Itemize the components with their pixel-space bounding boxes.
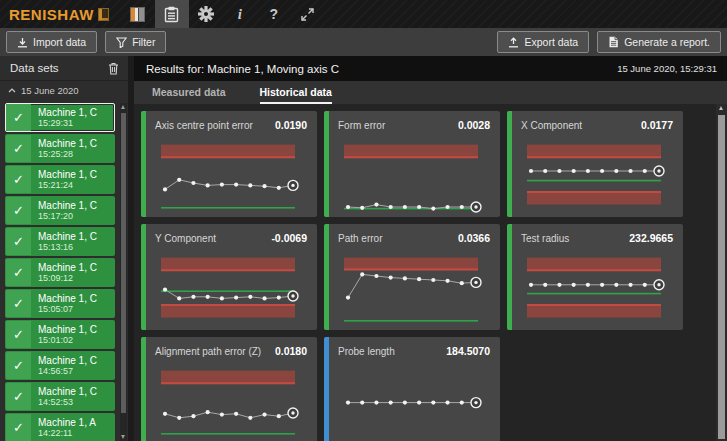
dataset-group-header[interactable]: 15 June 2020: [0, 81, 128, 99]
dataset-item-time: 14:22:11: [38, 428, 114, 439]
check-icon: ✓: [6, 290, 31, 317]
scroll-up-arrow-icon[interactable]: [719, 106, 723, 110]
card-title: X Component: [521, 120, 582, 131]
settings-gear-icon: [198, 6, 214, 22]
card-history-sparkline: [507, 135, 683, 215]
dataset-item-name: Machine 1, C: [38, 200, 114, 211]
nav-info[interactable]: i: [223, 0, 257, 28]
dataset-item-text: Machine 1, C14:56:57: [31, 352, 114, 379]
check-icon: ✓: [6, 166, 31, 193]
dataset-item-text: Machine 1, C15:01:02: [31, 321, 114, 348]
nav-machine-library[interactable]: [121, 0, 155, 28]
dataset-item[interactable]: ✓Machine 1, C15:25:28: [5, 134, 115, 163]
card-value: 0.0190: [275, 119, 307, 131]
import-data-button[interactable]: Import data: [6, 31, 97, 53]
check-icon: ✓: [6, 352, 31, 379]
card-value: 184.5070: [446, 345, 490, 357]
card-history-sparkline: [141, 135, 317, 215]
check-icon: ✓: [6, 414, 31, 441]
nav-results[interactable]: [155, 0, 189, 28]
dataset-item[interactable]: ✓Machine 1, C14:52:53: [5, 382, 115, 411]
dataset-list: ✓Machine 1, C15:29:31✓Machine 1, C15:25:…: [5, 103, 115, 441]
result-card[interactable]: Path error0.0366: [324, 224, 500, 330]
report-document-icon: [608, 36, 619, 48]
filter-funnel-icon: [116, 37, 127, 48]
card-header: Axis centre point error0.0190: [141, 111, 317, 133]
dataset-item-time: 15:17:20: [38, 211, 114, 222]
datasets-title: Data sets: [10, 62, 59, 74]
apply-innovation-mark-icon: [98, 8, 109, 21]
dataset-item[interactable]: ✓Machine 1, C15:01:02: [5, 320, 115, 349]
dataset-item-text: Machine 1, C15:09:12: [31, 259, 114, 286]
card-history-sparkline: [141, 248, 317, 328]
result-card[interactable]: Alignment path error (Z)0.0180: [141, 337, 317, 441]
dataset-item-text: Machine 1, C15:29:31: [31, 104, 114, 131]
dataset-item-time: 14:56:57: [38, 366, 114, 377]
dataset-item[interactable]: ✓Machine 1, C15:13:16: [5, 227, 115, 256]
chevron-up-icon: [8, 88, 16, 93]
title-bar: RENISHAW: [0, 0, 727, 28]
delete-datasets-trash-icon[interactable]: [108, 62, 119, 75]
sidebar-scrollbar[interactable]: [120, 103, 127, 441]
fullscreen-icon: [300, 7, 315, 22]
card-title: Probe length: [338, 346, 395, 357]
result-card[interactable]: Probe length184.5070: [324, 337, 500, 441]
card-header: Probe length184.5070: [324, 337, 500, 359]
dataset-item[interactable]: ✓Machine 1, C15:29:31: [5, 103, 115, 132]
results-header: Results for: Machine 1, Moving axis C 15…: [134, 56, 727, 81]
dataset-item-text: Machine 1, A14:22:11: [31, 414, 114, 441]
dataset-item[interactable]: ✓Machine 1, C14:56:57: [5, 351, 115, 380]
result-card[interactable]: Form error0.0028: [324, 111, 500, 217]
results-datetime: 15 June 2020, 15:29:31: [617, 63, 717, 74]
nav-settings[interactable]: [189, 0, 223, 28]
import-data-label: Import data: [33, 36, 86, 48]
main-scrollbar-thumb[interactable]: [718, 115, 725, 439]
check-icon: ✓: [6, 259, 31, 286]
sidebar-scrollbar-thumb[interactable]: [121, 113, 126, 413]
dataset-item-name: Machine 1, C: [38, 138, 114, 149]
info-icon: i: [238, 6, 242, 23]
dataset-item-name: Machine 1, C: [38, 107, 114, 118]
card-value: 0.0028: [458, 119, 490, 131]
dataset-item-time: 15:21:24: [38, 180, 114, 191]
dataset-item-text: Machine 1, C15:05:07: [31, 290, 114, 317]
result-card[interactable]: Y Component-0.0069: [141, 224, 317, 330]
dataset-item-time: 15:01:02: [38, 335, 114, 346]
export-data-button[interactable]: Export data: [497, 31, 589, 53]
dataset-item[interactable]: ✓Machine 1, C15:09:12: [5, 258, 115, 287]
tab-historical-data[interactable]: Historical data: [260, 81, 332, 104]
dataset-item[interactable]: ✓Machine 1, C15:21:24: [5, 165, 115, 194]
scroll-up-arrow-icon[interactable]: [121, 105, 125, 109]
result-card[interactable]: X Component0.0177: [507, 111, 683, 217]
main-scrollbar[interactable]: [716, 104, 727, 441]
scroll-down-arrow-icon[interactable]: [121, 435, 125, 439]
dataset-item-time: 15:29:31: [38, 118, 114, 129]
result-card[interactable]: Test radius232.9665: [507, 224, 683, 330]
renishaw-logo: RENISHAW: [0, 6, 94, 23]
datasets-header: Data sets: [0, 56, 128, 81]
card-history-sparkline: [324, 135, 500, 215]
dataset-item-text: Machine 1, C14:52:53: [31, 383, 114, 410]
library-icon: [130, 7, 145, 22]
generate-report-button[interactable]: Generate a report.: [597, 31, 721, 53]
main-nav: i ?: [121, 0, 325, 28]
dataset-item-time: 14:52:53: [38, 397, 114, 408]
card-history-sparkline: [324, 248, 500, 328]
card-header: Alignment path error (Z)0.0180: [141, 337, 317, 359]
filter-button[interactable]: Filter: [105, 31, 166, 53]
result-card[interactable]: Axis centre point error0.0190: [141, 111, 317, 217]
results-tabs: Measured data Historical data: [134, 81, 727, 104]
results-title: Results for: Machine 1, Moving axis C: [146, 63, 339, 75]
card-title: Test radius: [521, 233, 569, 244]
dataset-item[interactable]: ✓Machine 1, C15:17:20: [5, 196, 115, 225]
tab-measured-data[interactable]: Measured data: [152, 81, 226, 104]
dataset-item[interactable]: ✓Machine 1, A14:22:11: [5, 413, 115, 441]
datasets-sidebar: Data sets 15 June 2020 ✓Machine 1, C15:2…: [0, 56, 128, 441]
nav-help[interactable]: ?: [257, 0, 291, 28]
nav-fullscreen[interactable]: [291, 0, 325, 28]
dataset-item[interactable]: ✓Machine 1, C15:05:07: [5, 289, 115, 318]
filter-label: Filter: [132, 36, 155, 48]
export-data-label: Export data: [524, 36, 578, 48]
import-icon: [17, 37, 28, 48]
dataset-item-text: Machine 1, C15:13:16: [31, 228, 114, 255]
